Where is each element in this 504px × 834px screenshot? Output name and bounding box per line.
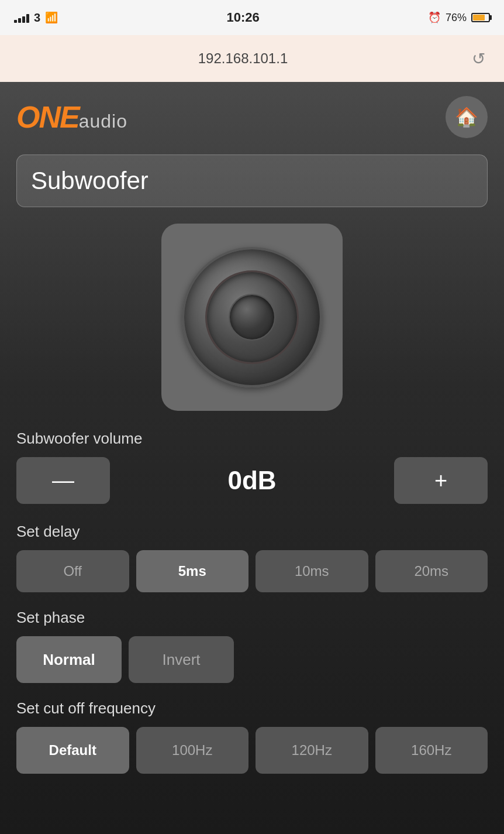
phase-btn-group: Normal Invert	[16, 636, 488, 683]
app-header: ONE audio 🏠	[16, 96, 488, 138]
cutoff-btn-group: Default 100Hz 120Hz 160Hz	[16, 727, 488, 774]
delay-section: Set delay Off 5ms 10ms 20ms	[16, 523, 488, 592]
status-bar: 3 📶 10:26 ⏰ 76%	[0, 0, 504, 35]
battery-fill	[473, 15, 485, 20]
home-icon: 🏠	[455, 106, 478, 128]
cutoff-160hz-button[interactable]: 160Hz	[375, 727, 488, 774]
logo-one: ONE	[16, 99, 79, 135]
delay-10ms-button[interactable]: 10ms	[256, 550, 368, 592]
battery-percent: 76%	[446, 12, 467, 24]
speaker-mid	[205, 270, 299, 364]
phase-invert-button[interactable]: Invert	[129, 636, 234, 683]
delay-btn-group: Off 5ms 10ms 20ms	[16, 550, 488, 592]
page-title: Subwoofer	[31, 167, 149, 194]
cutoff-120hz-button[interactable]: 120Hz	[256, 727, 368, 774]
logo-audio: audio	[79, 111, 127, 132]
volume-label: Subwoofer volume	[16, 430, 488, 448]
alarm-icon: ⏰	[428, 11, 441, 24]
phase-normal-button[interactable]: Normal	[16, 636, 122, 683]
app-main: ONE audio 🏠 Subwoofer Subwoofer volume —	[0, 82, 504, 834]
speaker-visual	[16, 224, 488, 411]
signal-bars	[14, 12, 29, 23]
plus-icon: +	[434, 468, 447, 493]
logo: ONE audio	[16, 99, 127, 135]
cutoff-100hz-button[interactable]: 100Hz	[136, 727, 249, 774]
url-text: 192.168.101.1	[198, 50, 288, 66]
volume-decrement-button[interactable]: —	[16, 457, 110, 504]
phase-label: Set phase	[16, 609, 488, 627]
status-left: 3 📶	[14, 11, 58, 25]
refresh-button[interactable]: ↺	[470, 47, 488, 71]
speaker-inner	[229, 294, 275, 341]
delay-label: Set delay	[16, 523, 488, 541]
volume-control: — 0dB +	[16, 457, 488, 504]
volume-increment-button[interactable]: +	[394, 457, 488, 504]
speaker-box	[161, 224, 343, 411]
volume-value: 0dB	[119, 466, 385, 495]
clock: 10:26	[226, 10, 259, 25]
delay-off-button[interactable]: Off	[16, 550, 129, 592]
wifi-icon: 📶	[45, 11, 58, 24]
cutoff-default-button[interactable]: Default	[16, 727, 129, 774]
battery-icon	[471, 13, 490, 22]
speaker-outer	[182, 247, 322, 387]
phase-section: Set phase Normal Invert	[16, 609, 488, 683]
delay-20ms-button[interactable]: 20ms	[375, 550, 488, 592]
volume-section: Subwoofer volume — 0dB +	[16, 430, 488, 504]
minus-icon: —	[52, 468, 74, 493]
carrier-text: 3	[34, 11, 40, 25]
cutoff-section: Set cut off frequency Default 100Hz 120H…	[16, 699, 488, 774]
status-right: ⏰ 76%	[428, 11, 490, 24]
url-bar: 192.168.101.1 ↺	[0, 35, 504, 82]
title-field: Subwoofer	[16, 155, 488, 207]
cutoff-label: Set cut off frequency	[16, 699, 488, 718]
delay-5ms-button[interactable]: 5ms	[136, 550, 249, 592]
home-button[interactable]: 🏠	[446, 96, 488, 138]
